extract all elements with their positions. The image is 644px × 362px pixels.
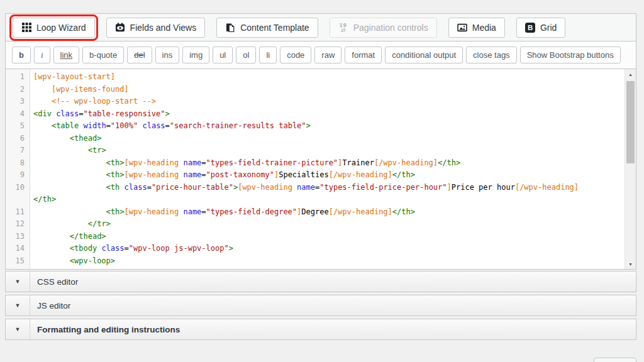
vertical-scrollbar[interactable]: ▲ ▼ xyxy=(625,69,636,269)
scroll-up-arrow-icon[interactable]: ▲ xyxy=(625,69,636,79)
code-line-text: <tbody class="wpv-loop js-wpv-loop"> xyxy=(30,243,233,255)
panel-label: JS editor xyxy=(30,295,70,315)
content-template-icon xyxy=(225,23,235,33)
view-layout-editor: Loop WizardFields and ViewsContent Templ… xyxy=(5,13,636,270)
quicktag-button-conditional-output[interactable]: conditional output xyxy=(385,47,463,63)
toolbar-button-label: Loop Wizard xyxy=(36,23,86,33)
bootstrap-b-icon: B xyxy=(525,23,535,33)
quicktag-button-close-tags[interactable]: close tags xyxy=(466,47,517,63)
collapse-triangle-icon[interactable]: ▼ xyxy=(6,295,30,315)
code-line-text: </thead> xyxy=(30,231,106,243)
code-content[interactable]: 1[wpv-layout-start]2 [wpv-items-found]3 … xyxy=(6,71,625,270)
quicktag-button-code[interactable]: code xyxy=(280,47,311,63)
collapsible-panels: ▼CSS editor▼JS editor▼Formatting and edi… xyxy=(5,271,636,343)
panel-label: Formatting and editing instructions xyxy=(30,319,180,339)
line-number: 10 xyxy=(6,182,30,194)
quicktag-button-li[interactable]: li xyxy=(259,47,277,63)
quicktags-toolbar: bilinkb-quotedelinsimgulollicoderawforma… xyxy=(5,41,636,69)
panel-header-formatting-and-editing-instructions[interactable]: ▼Formatting and editing instructions xyxy=(5,319,636,340)
code-line[interactable]: 9 <th>[wpv-heading name="post-taxonomy"]… xyxy=(6,169,625,182)
toolbar-button-label: Pagination controls xyxy=(353,23,428,33)
collapse-triangle-icon[interactable]: ▼ xyxy=(6,272,30,292)
code-line[interactable]: 15 <wpv-loop> xyxy=(6,255,625,268)
code-line[interactable]: 12 </tr> xyxy=(6,218,625,231)
toolbar-button-media[interactable]: Media xyxy=(448,18,505,38)
toolbar-button-label: Grid xyxy=(540,23,557,33)
quicktag-button-img[interactable]: img xyxy=(182,47,209,63)
code-line[interactable]: 5 <table width="100%" class="search-trai… xyxy=(6,120,625,133)
code-line[interactable]: 7 <tr> xyxy=(6,145,625,157)
code-line[interactable]: 11 <th>[wpv-heading name="types-field-de… xyxy=(6,206,625,219)
toolbar-button-grid[interactable]: BGrid xyxy=(516,18,565,38)
code-line[interactable]: 14 <tbody class="wpv-loop js-wpv-loop"> xyxy=(6,243,625,255)
code-line-text: <th class="price-hour-table">[wpv-headin… xyxy=(30,182,579,206)
code-line[interactable]: 1[wpv-layout-start] xyxy=(6,71,625,84)
code-line-text: <tr> xyxy=(30,145,106,157)
toolset-eye-icon xyxy=(115,23,125,33)
quicktag-button-del[interactable]: del xyxy=(127,47,152,63)
line-number: 6 xyxy=(6,133,30,145)
scrollbar-thumb[interactable] xyxy=(626,81,635,163)
code-line-text: <th>[wpv-heading name="types-field-train… xyxy=(30,157,460,170)
svg-text:B: B xyxy=(528,24,533,31)
quicktag-button-raw[interactable]: raw xyxy=(314,47,341,63)
quicktag-button-b[interactable]: b xyxy=(12,47,31,63)
quicktag-button-ul[interactable]: ul xyxy=(213,47,233,63)
toolbar-button-label: Content Template xyxy=(240,23,309,33)
panel-header-js-editor[interactable]: ▼JS editor xyxy=(5,295,636,316)
collapse-triangle-icon[interactable]: ▼ xyxy=(6,319,30,339)
pagination-icon: 19⇄ xyxy=(338,23,348,33)
code-line[interactable]: 10 <th class="price-hour-table">[wpv-hea… xyxy=(6,182,625,206)
panel-label: CSS editor xyxy=(30,272,78,292)
code-line-text: <table width="100%" class="search-traine… xyxy=(30,120,311,133)
quicktag-button-b-quote[interactable]: b-quote xyxy=(82,47,124,63)
code-line-text: <div class="table-responsive"> xyxy=(30,108,170,121)
code-line-text: <th>[wpv-heading name="post-taxonomy"]Sp… xyxy=(30,169,415,182)
line-number: 3 xyxy=(6,96,30,108)
code-line[interactable]: 16 <tr> xyxy=(6,267,625,270)
line-number: 5 xyxy=(6,120,30,133)
line-number: 9 xyxy=(6,169,30,182)
editor-toolbar: Loop WizardFields and ViewsContent Templ… xyxy=(5,13,636,41)
line-number: 12 xyxy=(6,218,30,231)
quicktag-button-i[interactable]: i xyxy=(34,47,50,63)
code-line-text: <wpv-loop> xyxy=(30,255,115,268)
code-line-text: <th>[wpv-heading name="types-field-degre… xyxy=(30,206,415,219)
toolbar-button-label: Media xyxy=(472,23,496,33)
code-line[interactable]: 6 <thead> xyxy=(6,133,625,145)
code-line[interactable]: 3 <!-- wpv-loop-start --> xyxy=(6,96,625,108)
line-number: 16 xyxy=(6,267,30,270)
partial-button-bottom[interactable] xyxy=(594,358,636,362)
code-line-text: <tr> xyxy=(30,267,106,270)
quicktag-button-ol[interactable]: ol xyxy=(236,47,256,63)
line-number: 15 xyxy=(6,255,30,268)
code-line[interactable]: 4<div class="table-responsive"> xyxy=(6,108,625,121)
toolbar-button-label: Fields and Views xyxy=(130,23,197,33)
toolbar-button-pagination-controls: 19⇄Pagination controls xyxy=(330,18,437,38)
code-line-text: [wpv-items-found] xyxy=(30,84,129,96)
toolbar-button-fields-and-views[interactable]: Fields and Views xyxy=(106,18,206,38)
toolbar-button-loop-wizard[interactable]: Loop Wizard xyxy=(13,18,95,38)
line-number: 11 xyxy=(6,206,30,219)
line-number: 2 xyxy=(6,84,30,96)
line-number: 1 xyxy=(6,71,30,84)
code-line-text: [wpv-layout-start] xyxy=(30,71,115,84)
scroll-down-arrow-icon[interactable]: ▼ xyxy=(625,259,636,269)
line-number: 14 xyxy=(6,243,30,255)
code-line[interactable]: 8 <th>[wpv-heading name="types-field-tra… xyxy=(6,157,625,170)
line-number: 4 xyxy=(6,108,30,121)
quicktag-button-ins[interactable]: ins xyxy=(155,47,180,63)
code-line[interactable]: 13 </thead> xyxy=(6,231,625,243)
code-line[interactable]: 2 [wpv-items-found] xyxy=(6,84,625,96)
quicktag-button-show-bootstrap-buttons[interactable]: Show Bootstrap buttons xyxy=(520,47,621,63)
quicktag-button-format[interactable]: format xyxy=(345,47,382,63)
grid-icon xyxy=(21,23,31,33)
line-number: 7 xyxy=(6,145,30,157)
quicktag-button-link[interactable]: link xyxy=(53,47,80,63)
panel-header-css-editor[interactable]: ▼CSS editor xyxy=(5,271,636,292)
line-number: 8 xyxy=(6,157,30,170)
code-line-text: <!-- wpv-loop-start --> xyxy=(30,96,156,108)
code-editor[interactable]: 1[wpv-layout-start]2 [wpv-items-found]3 … xyxy=(5,69,636,270)
views-editor-page: { "toolbar": { "highlight_color": "#e627… xyxy=(0,0,644,362)
toolbar-button-content-template[interactable]: Content Template xyxy=(216,18,318,38)
